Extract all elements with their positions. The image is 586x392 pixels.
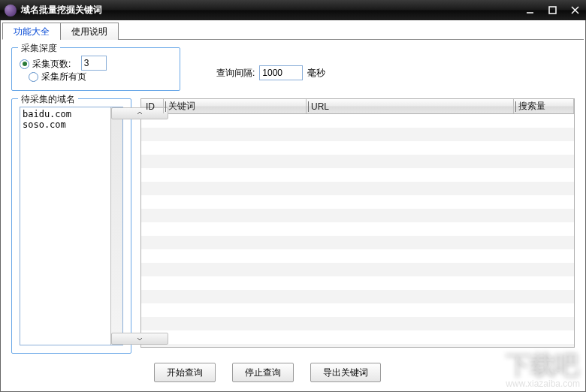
grid-body[interactable]: [141, 114, 574, 347]
maximize-button[interactable]: [541, 0, 563, 20]
col-url[interactable]: URL: [307, 99, 514, 113]
scroll-down-button[interactable]: [111, 333, 168, 345]
interval-input[interactable]: [259, 65, 303, 80]
domain-list-wrap: [20, 107, 123, 345]
domain-textarea[interactable]: [20, 107, 110, 345]
action-buttons: 开始查询 停止查询 导出关键词: [154, 363, 575, 382]
window-title: 域名批量挖掘关键词: [21, 4, 102, 17]
titlebar: 域名批量挖掘关键词: [0, 0, 586, 20]
group-domains-legend: 待采集的域名: [18, 93, 78, 106]
tabstrip: 功能大全 使用说明: [2, 22, 584, 40]
stop-button[interactable]: 停止查询: [232, 363, 294, 382]
col-keyword[interactable]: 关键词: [164, 99, 307, 113]
interval-unit: 毫秒: [307, 67, 325, 80]
start-button[interactable]: 开始查询: [154, 363, 216, 382]
tab-functions[interactable]: 功能大全: [2, 23, 61, 40]
radio-page-count-label: 采集页数:: [32, 58, 71, 71]
radio-icon: [29, 72, 38, 82]
col-volume[interactable]: 搜索量: [514, 99, 574, 113]
svg-rect-1: [549, 7, 556, 14]
group-depth: 采集深度 采集页数: 采集所有页: [11, 47, 180, 91]
tab-page-functions: 采集深度 采集页数: 采集所有页 查询间隔: 毫秒 待采集的域名: [2, 40, 584, 390]
scrollbar[interactable]: [110, 107, 122, 345]
window-controls: [518, 0, 586, 20]
radio-icon: [20, 59, 29, 69]
scroll-track[interactable]: [111, 119, 122, 333]
minimize-button[interactable]: [518, 0, 541, 20]
client-area: 功能大全 使用说明 采集深度 采集页数: 采集所有页 查询间隔: 毫秒: [0, 20, 586, 392]
group-depth-legend: 采集深度: [18, 42, 60, 55]
col-id[interactable]: ID: [141, 99, 164, 113]
page-count-input[interactable]: [81, 56, 107, 71]
close-button[interactable]: [563, 0, 586, 20]
grid-header: ID 关键词 URL 搜索量: [141, 99, 574, 114]
radio-page-count[interactable]: 采集页数:: [20, 58, 71, 71]
radio-all-pages[interactable]: 采集所有页: [29, 71, 86, 83]
interval-label: 查询间隔:: [216, 67, 255, 80]
app-icon: [5, 5, 17, 17]
tab-instructions[interactable]: 使用说明: [60, 23, 119, 40]
group-domains: 待采集的域名: [11, 98, 131, 354]
results-grid: ID 关键词 URL 搜索量: [140, 98, 575, 348]
export-button[interactable]: 导出关键词: [310, 363, 381, 382]
radio-all-pages-label: 采集所有页: [41, 71, 86, 83]
query-interval-group: 查询间隔: 毫秒: [216, 65, 325, 80]
